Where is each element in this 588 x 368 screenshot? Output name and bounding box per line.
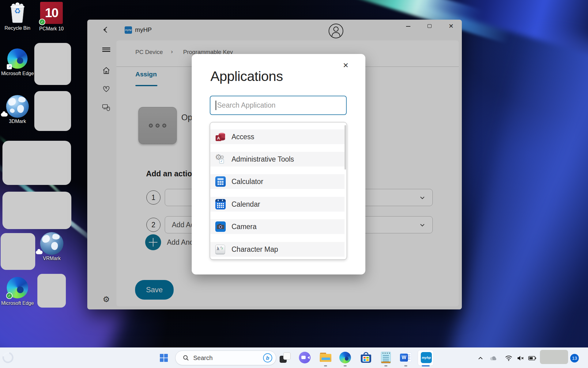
applications-dialog: ✕ Applications A Access ⚙⚙ ✓ Administrat… <box>192 54 365 274</box>
taskbar: Search b W <box>0 347 588 368</box>
check-badge-icon: ✓ <box>6 293 13 299</box>
edge-icon <box>339 352 351 363</box>
desktop-icon-3dmark[interactable]: 3DMark <box>0 95 35 125</box>
desktop-icon-edge-1[interactable]: ↗ Microsoft Edge <box>0 48 35 77</box>
app-list-item[interactable]: A Access <box>210 129 345 144</box>
3dmark-globe-icon <box>6 95 29 118</box>
text-cursor <box>216 101 216 110</box>
windows-logo-icon <box>160 354 168 362</box>
desktop-icon-label: VRMark <box>35 255 69 262</box>
wallpaper-streak <box>446 25 588 368</box>
edge-icon: ✓ <box>7 277 28 298</box>
app-name: Character Map <box>232 245 278 254</box>
scrollbar-thumb[interactable] <box>345 125 346 170</box>
calculator-icon <box>215 176 226 187</box>
tray-battery-icon[interactable] <box>528 355 536 362</box>
tray-chevron-up-icon[interactable] <box>477 355 484 362</box>
dialog-close-button[interactable]: ✕ <box>341 61 350 70</box>
bing-icon: b <box>263 353 272 362</box>
notification-badge[interactable]: 13 <box>570 354 579 362</box>
start-button[interactable] <box>158 352 170 364</box>
app-list-item[interactable]: Calendar <box>210 197 345 212</box>
desktop-icon-label: Microsoft Edge <box>0 70 35 77</box>
taskbar-word[interactable]: W <box>400 351 412 364</box>
running-indicator <box>324 365 327 366</box>
running-indicator <box>404 365 407 366</box>
notepad-icon <box>381 352 391 363</box>
tray-wifi-icon[interactable] <box>505 355 513 362</box>
app-name: Access <box>232 133 254 141</box>
app-name: Camera <box>232 223 257 231</box>
myhp-icon: myhp <box>421 352 432 363</box>
task-view-icon <box>280 352 291 363</box>
recycle-bin-icon: ♻ <box>9 2 26 23</box>
calendar-icon <box>215 199 226 209</box>
app-list-item[interactable]: ⚙⚙ ✓ Administrative Tools <box>210 152 345 167</box>
redacted-desktop-item[interactable] <box>2 141 71 185</box>
administrative-tools-icon: ⚙⚙ ✓ <box>215 154 226 164</box>
word-icon: W <box>400 352 412 363</box>
redacted-desktop-item[interactable] <box>1 233 35 270</box>
taskbar-chat[interactable] <box>299 351 311 364</box>
file-explorer-icon <box>320 353 331 362</box>
recycle-glyph: ♻ <box>9 7 26 15</box>
desktop-icon-label: PCMark 10 <box>34 25 69 33</box>
taskbar-task-view[interactable] <box>279 351 291 364</box>
check-badge-icon: ✓ <box>39 19 45 25</box>
desktop-icon-label: Microsoft Edge <box>0 300 35 307</box>
tray-onedrive-icon[interactable] <box>489 355 497 362</box>
redacted-desktop-item[interactable] <box>34 91 71 131</box>
desktop-icon-recycle-bin[interactable]: ♻ Recycle Bin <box>0 2 35 32</box>
pcmark10-icon: 10 ✓ <box>40 2 63 24</box>
vrmark-globe-icon <box>40 232 63 255</box>
app-list-item[interactable]: Calculator <box>210 174 345 189</box>
taskbar-search[interactable]: Search b <box>175 351 276 365</box>
search-icon <box>183 355 189 361</box>
access-icon: A <box>215 132 226 142</box>
taskbar-file-explorer[interactable] <box>319 351 332 364</box>
app-name: Administrative Tools <box>232 155 294 163</box>
taskbar-store[interactable] <box>360 351 372 364</box>
chat-icon <box>299 352 311 363</box>
running-indicator <box>384 365 387 366</box>
shortcut-arrow-icon: ↗ <box>7 64 12 69</box>
microsoft-store-icon <box>360 352 371 363</box>
desktop-icon-vrmark[interactable]: VRMark <box>35 232 69 262</box>
desktop-icon-pcmark10[interactable]: 10 ✓ PCMark 10 <box>34 2 69 33</box>
search-field-wrap <box>210 96 347 115</box>
active-running-indicator <box>422 365 430 366</box>
edge-icon: ↗ <box>7 48 28 69</box>
desktop: ♻ Recycle Bin 10 ✓ PCMark 10 ↗ Microsoft… <box>0 0 588 368</box>
desktop-icon-label: Recycle Bin <box>0 25 35 32</box>
search-label: Search <box>193 355 259 362</box>
redacted-desktop-item[interactable] <box>2 192 71 229</box>
taskbar-edge[interactable] <box>339 351 351 364</box>
application-search-input[interactable] <box>210 96 347 115</box>
app-name: Calculator <box>232 178 263 186</box>
app-list-item[interactable]: λ A r Character Map <box>210 242 345 257</box>
redacted-desktop-item[interactable] <box>37 274 66 308</box>
desktop-icon-edge-2[interactable]: ✓ Microsoft Edge <box>0 277 35 307</box>
tray-volume-muted-icon[interactable] <box>517 355 525 362</box>
application-list: A Access ⚙⚙ ✓ Administrative Tools Calcu… <box>210 122 347 260</box>
taskbar-notepad[interactable] <box>380 351 392 364</box>
camera-icon <box>215 221 226 232</box>
running-indicator <box>344 365 347 366</box>
character-map-icon: λ A r <box>215 244 226 255</box>
app-list-item[interactable]: Camera <box>210 219 345 234</box>
redacted-desktop-item[interactable] <box>34 43 71 85</box>
cloud-badge-icon <box>36 251 43 254</box>
dialog-title: Applications <box>210 69 283 83</box>
app-name: Calendar <box>232 200 260 209</box>
desktop-icon-label: 3DMark <box>0 118 35 125</box>
cloud-badge-icon <box>1 113 8 117</box>
taskbar-myhp[interactable]: myhp <box>420 351 432 364</box>
widgets-icon[interactable] <box>0 350 15 365</box>
tray-clock-redacted[interactable] <box>540 350 568 364</box>
